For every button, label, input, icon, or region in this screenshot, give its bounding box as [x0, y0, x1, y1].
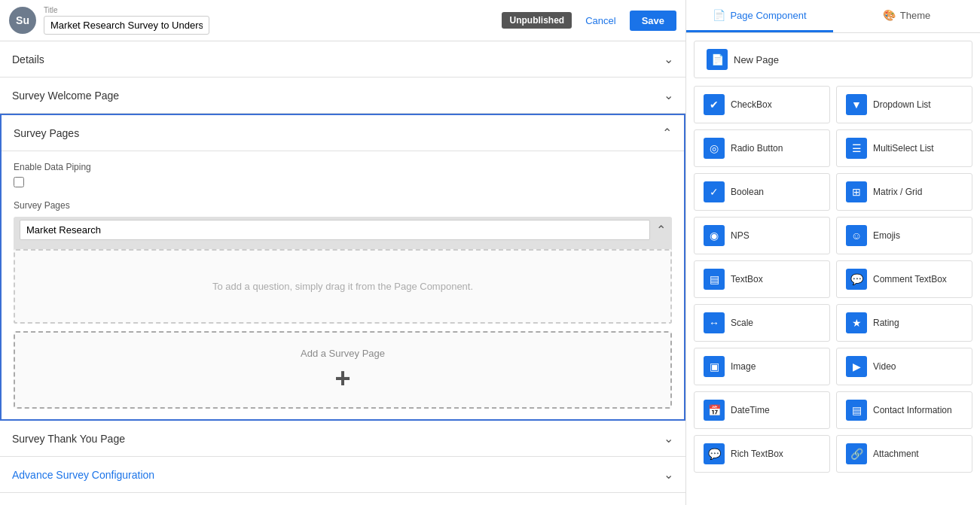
- comp-label-multiselect: MultiSelect List: [873, 143, 934, 154]
- comp-btn-scale[interactable]: ↔ Scale: [694, 304, 830, 342]
- comp-btn-video[interactable]: ▶ Video: [836, 348, 972, 385]
- header: Su Title Unpublished Cancel Save: [0, 0, 685, 41]
- unpublished-badge: Unpublished: [502, 12, 572, 29]
- welcome-page-chevron-icon: ⌄: [664, 88, 673, 102]
- comp-icon-attachment: 🔗: [846, 443, 867, 464]
- comp-icon-comment: 💬: [846, 269, 867, 290]
- new-page-button[interactable]: 📄 New Page: [694, 41, 972, 78]
- survey-pages-section: Survey Pages ⌃ Enable Data Piping Survey…: [0, 114, 685, 421]
- title-group: Title: [44, 6, 494, 35]
- comp-label-datetime: DateTime: [731, 405, 770, 415]
- comp-btn-emojis[interactable]: ☺ Emojis: [836, 217, 972, 254]
- comp-icon-radio: ◎: [704, 138, 725, 159]
- survey-pages-body: Enable Data Piping Survey Pages ⌃ To add…: [2, 151, 684, 419]
- comp-label-emojis: Emojis: [873, 230, 900, 241]
- advance-section[interactable]: Advance Survey Configuration ⌄: [0, 457, 685, 493]
- drop-area: To add a question, simply drag it from t…: [14, 249, 672, 324]
- survey-pages-chevron-icon: ⌃: [662, 126, 672, 140]
- comp-btn-radio[interactable]: ◎ Radio Button: [694, 129, 830, 167]
- thank-you-section[interactable]: Survey Thank You Page ⌄: [0, 421, 685, 457]
- cancel-button[interactable]: Cancel: [579, 12, 621, 29]
- page-component-icon: 📄: [713, 9, 725, 21]
- add-page-area[interactable]: Add a Survey Page +: [14, 331, 672, 409]
- comp-label-attachment: Attachment: [873, 449, 919, 459]
- add-page-icon: +: [30, 365, 655, 392]
- comp-label-checkbox: CheckBox: [731, 99, 772, 110]
- new-page-icon: 📄: [707, 49, 728, 70]
- comp-icon-contact: ▤: [846, 400, 867, 421]
- left-panel: Su Title Unpublished Cancel Save Details…: [0, 0, 685, 505]
- component-grid: ✔ CheckBox ▼ Dropdown List ◎ Radio Butto…: [694, 86, 972, 473]
- comp-label-richtextbox: Rich TextBox: [731, 449, 783, 459]
- comp-icon-video: ▶: [846, 356, 867, 377]
- comp-btn-checkbox[interactable]: ✔ CheckBox: [694, 86, 830, 123]
- survey-pages-header[interactable]: Survey Pages ⌃: [2, 115, 684, 151]
- thank-you-label: Survey Thank You Page: [12, 433, 125, 445]
- comp-btn-nps[interactable]: ◉ NPS: [694, 217, 830, 254]
- comp-btn-datetime[interactable]: 📅 DateTime: [694, 391, 830, 429]
- comp-icon-rating: ★: [846, 312, 867, 333]
- comp-label-matrix: Matrix / Grid: [873, 187, 922, 197]
- comp-label-radio: Radio Button: [731, 143, 783, 154]
- right-panel: 📄 Page Component 🎨 Theme 📄 New Page ✔ Ch…: [685, 0, 980, 505]
- welcome-page-label: Survey Welcome Page: [12, 90, 119, 102]
- comp-icon-multiselect: ☰: [846, 138, 867, 159]
- components-area: 📄 New Page ✔ CheckBox ▼ Dropdown List ◎ …: [686, 33, 980, 505]
- page-item-header: ⌃: [14, 217, 672, 243]
- comp-label-video: Video: [873, 361, 896, 372]
- comp-label-scale: Scale: [731, 318, 753, 328]
- details-chevron-icon: ⌄: [664, 52, 673, 66]
- avatar: Su: [9, 7, 36, 34]
- content-area: Details ⌄ Survey Welcome Page ⌄ Survey P…: [0, 41, 685, 505]
- tab-theme[interactable]: 🎨 Theme: [833, 0, 980, 32]
- details-label: Details: [12, 53, 44, 65]
- enable-data-piping-label: Enable Data Piping: [14, 162, 672, 172]
- add-page-label: Add a Survey Page: [30, 348, 655, 359]
- survey-pages-sub-label: Survey Pages: [14, 200, 672, 211]
- title-input[interactable]: [44, 16, 209, 35]
- thank-you-chevron-icon: ⌄: [664, 431, 673, 446]
- comp-btn-rating[interactable]: ★ Rating: [836, 304, 972, 342]
- tab-theme-label: Theme: [900, 10, 930, 21]
- advance-chevron-icon: ⌄: [664, 467, 673, 482]
- comp-btn-boolean[interactable]: ✓ Boolean: [694, 173, 830, 211]
- comp-label-contact: Contact Information: [873, 405, 952, 415]
- comp-label-nps: NPS: [731, 230, 750, 241]
- page-item: ⌃ To add a question, simply drag it from…: [14, 217, 672, 324]
- comp-btn-matrix[interactable]: ⊞ Matrix / Grid: [836, 173, 972, 211]
- comp-label-boolean: Boolean: [731, 187, 764, 197]
- comp-btn-richtextbox[interactable]: 💬 Rich TextBox: [694, 435, 830, 473]
- comp-btn-image[interactable]: ▣ Image: [694, 348, 830, 385]
- comp-icon-scale: ↔: [704, 312, 725, 333]
- title-label: Title: [44, 6, 494, 14]
- comp-icon-emojis: ☺: [846, 225, 867, 246]
- page-name-input[interactable]: [20, 220, 650, 240]
- comp-icon-textbox: ▤: [704, 269, 725, 290]
- comp-icon-dropdown: ▼: [846, 94, 867, 115]
- comp-icon-boolean: ✓: [704, 181, 725, 202]
- drop-hint-text: To add a question, simply drag it from t…: [212, 281, 473, 292]
- welcome-page-section[interactable]: Survey Welcome Page ⌄: [0, 78, 685, 114]
- comp-label-rating: Rating: [873, 318, 899, 328]
- comp-btn-contact[interactable]: ▤ Contact Information: [836, 391, 972, 429]
- survey-pages-title: Survey Pages: [14, 127, 79, 139]
- comp-btn-dropdown[interactable]: ▼ Dropdown List: [836, 86, 972, 123]
- page-chevron-icon: ⌃: [656, 223, 666, 237]
- comp-btn-textbox[interactable]: ▤ TextBox: [694, 260, 830, 298]
- comp-btn-attachment[interactable]: 🔗 Attachment: [836, 435, 972, 473]
- comp-label-textbox: TextBox: [731, 274, 763, 284]
- save-button[interactable]: Save: [630, 11, 676, 31]
- enable-data-piping-checkbox[interactable]: [14, 177, 24, 187]
- checkbox-container: [14, 177, 672, 190]
- theme-icon: 🎨: [883, 9, 896, 21]
- comp-icon-checkbox: ✔: [704, 94, 725, 115]
- comp-btn-comment[interactable]: 💬 Comment TextBox: [836, 260, 972, 298]
- comp-label-dropdown: Dropdown List: [873, 99, 931, 110]
- details-section[interactable]: Details ⌄: [0, 41, 685, 78]
- comp-icon-datetime: 📅: [704, 400, 725, 421]
- advance-label: Advance Survey Configuration: [12, 469, 154, 481]
- tab-page-component-label: Page Component: [730, 10, 806, 21]
- new-page-label: New Page: [734, 54, 779, 65]
- tab-page-component[interactable]: 📄 Page Component: [686, 0, 833, 32]
- comp-btn-multiselect[interactable]: ☰ MultiSelect List: [836, 129, 972, 167]
